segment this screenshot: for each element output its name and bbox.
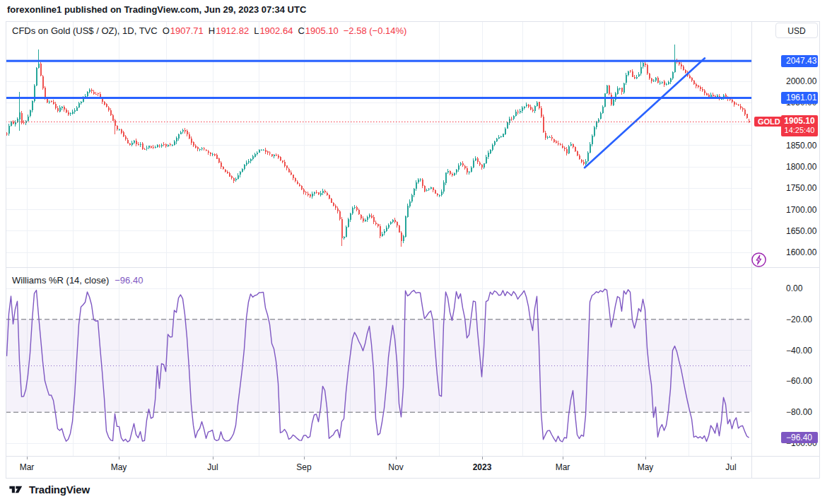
ohlc-label: H	[209, 25, 215, 36]
last-price-value: 1905.10	[781, 117, 818, 126]
indicator-legend[interactable]: Williams %R (14, close)−96.40	[12, 275, 143, 286]
indicator-value: −96.40	[115, 275, 143, 286]
price-level-chip: 2047.43	[781, 55, 818, 67]
countdown-timer: 14:25:40	[781, 126, 818, 135]
wr-value-chip: −96.40	[781, 432, 818, 443]
ohlc-values: O1907.71H1912.82L1902.64C1905.10	[158, 25, 339, 36]
tradingview-brand[interactable]: TradingView	[29, 484, 90, 496]
time-axis-label: Sep	[296, 462, 311, 472]
time-axis-label: May	[111, 462, 127, 472]
price-axis-label: 1800.00	[786, 162, 816, 172]
price-axis-label: 2000.00	[786, 76, 816, 86]
wr-axis-label: −40.00	[786, 346, 812, 356]
ohlc-label: L	[254, 25, 259, 36]
ohlc-label: C	[298, 25, 304, 36]
change-value: −2.58 (−0.14%)	[344, 25, 407, 36]
price-axis-label: 1650.00	[786, 226, 816, 236]
wr-axis-label: −20.00	[786, 315, 812, 324]
last-price-chip: 1905.1014:25:40	[781, 115, 818, 136]
ohlc-value: 1905.10	[305, 25, 339, 36]
wr-axis-label: 0.00	[786, 283, 802, 293]
time-axis-label: Jul	[207, 462, 218, 472]
boost-lightning-icon[interactable]	[751, 252, 767, 268]
time-axis-label: Mar	[556, 462, 570, 472]
time-axis-label: Nov	[388, 462, 403, 472]
time-axis-label: May	[638, 462, 654, 472]
ohlc-value: 1912.82	[216, 25, 249, 36]
price-level-chip: 1961.01	[781, 92, 818, 104]
price-axis-label: 1600.00	[786, 247, 816, 257]
symbol-legend[interactable]: CFDs on Gold (US$ / OZ), 1D, TVCO1907.71…	[12, 25, 406, 36]
time-axis-label: Mar	[20, 462, 35, 472]
chart-canvas[interactable]	[0, 0, 832, 504]
wr-axis-label: −80.00	[786, 407, 812, 417]
time-axis-label: Jul	[725, 462, 736, 472]
currency-button[interactable]: USD	[775, 23, 818, 38]
symbol-title: CFDs on Gold (US$ / OZ), 1D, TVC	[12, 25, 158, 36]
price-axis[interactable]: 2000.001950.001850.001800.001750.001700.…	[751, 21, 820, 478]
tradingview-logo-icon[interactable]	[8, 484, 24, 496]
price-axis-label: 1750.00	[786, 183, 816, 193]
footer: TradingView	[8, 484, 90, 496]
time-axis-label: 2023	[473, 462, 492, 472]
price-axis-label: 1700.00	[786, 205, 816, 215]
ohlc-value: 1902.64	[259, 25, 293, 36]
wr-axis-label: −60.00	[786, 376, 812, 386]
ohlc-value: 1907.71	[170, 25, 204, 36]
ohlc-label: O	[163, 25, 170, 36]
price-axis-label: 1850.00	[786, 141, 816, 151]
published-chart-page: forexonline1 published on TradingView.co…	[0, 0, 832, 504]
indicator-title: Williams %R (14, close)	[12, 275, 109, 286]
time-axis[interactable]: MarMayJulSepNov2023MarMayJul	[6, 456, 751, 478]
symbol-price-chip: GOLD	[754, 117, 784, 127]
